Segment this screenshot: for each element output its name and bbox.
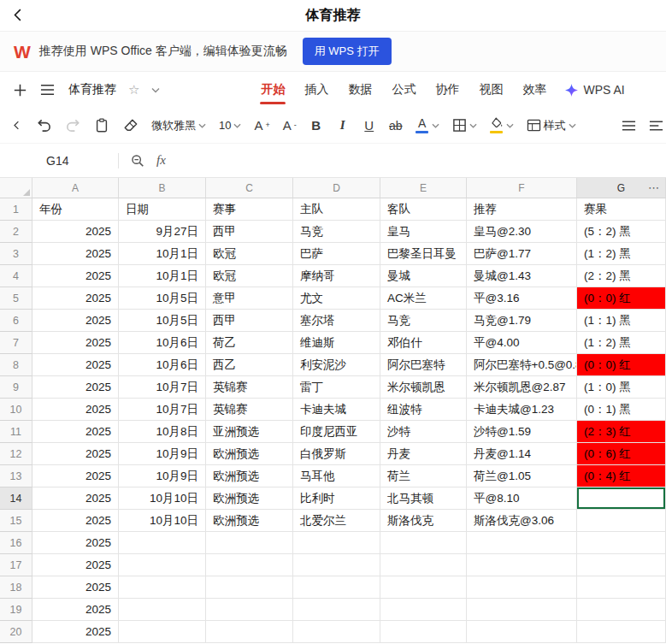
cell-F17[interactable] [467,554,577,576]
clear-format-icon[interactable] [122,117,139,133]
column-header-B[interactable]: B [119,178,206,198]
cell-E3[interactable]: 巴黎圣日耳曼 [380,243,467,265]
bold-button[interactable]: B [309,119,323,132]
cell-G10[interactable]: (0：1) 黑 [577,399,666,421]
cell-G14[interactable] [577,487,666,510]
tab-协作[interactable]: 协作 [433,72,461,108]
cell-D11[interactable]: 印度尼西亚 [293,421,380,443]
cell-F12[interactable]: 丹麦@1.14 [467,443,577,465]
cell-E15[interactable]: 斯洛伐克 [380,510,467,532]
cell-G2[interactable]: (5：2) 黑 [577,221,666,243]
cell-C14[interactable]: 欧洲预选 [206,487,293,510]
align-left-icon[interactable] [649,120,663,132]
cell-F9[interactable]: 米尔顿凯恩@2.87 [467,376,577,399]
font-family-dropdown[interactable]: 微软雅黑 [151,118,206,133]
cell-G20[interactable] [577,621,666,643]
row-header-3[interactable]: 3 [0,243,32,265]
strikethrough-button[interactable]: ab [389,120,403,132]
redo-icon[interactable] [65,117,81,133]
cell-C15[interactable]: 欧洲预选 [206,510,293,532]
cell-F13[interactable]: 荷兰@1.05 [467,465,577,487]
cell-B15[interactable]: 10月10日 [119,510,206,532]
cell-B9[interactable]: 10月7日 [119,376,206,399]
cell-F11[interactable]: 沙特@1.59 [467,421,577,443]
row-header-1[interactable]: 1 [0,198,32,221]
cell-G5[interactable]: (0：0) 红 [577,287,666,310]
cell-B14[interactable]: 10月10日 [119,487,206,510]
cell-C11[interactable]: 亚洲预选 [206,421,293,443]
cell-A1[interactable]: 年份 [32,198,119,221]
tab-效率[interactable]: 效率 [521,72,548,108]
row-header-7[interactable]: 7 [0,332,32,354]
cell-G16[interactable] [577,532,666,554]
collapse-toolbar-icon[interactable] [10,119,23,132]
cell-C20[interactable] [206,621,293,643]
cell-A13[interactable]: 2025 [32,465,119,487]
row-header-6[interactable]: 6 [0,310,32,332]
cell-F5[interactable]: 平@3.16 [467,287,577,310]
cell-A11[interactable]: 2025 [32,421,119,443]
tab-视图[interactable]: 视图 [477,72,504,108]
cell-F8[interactable]: 阿尔巴塞特+0.5@0.8 [467,354,577,376]
borders-button[interactable] [452,118,477,133]
cell-F6[interactable]: 马竞@1.79 [467,310,577,332]
cell-C17[interactable] [206,554,293,576]
font-color-button[interactable]: A [416,117,439,133]
cell-E2[interactable]: 皇马 [380,221,467,243]
cell-A7[interactable]: 2025 [32,332,119,354]
cell-E4[interactable]: 曼城 [380,265,467,287]
row-header-2[interactable]: 2 [0,221,32,243]
cell-B3[interactable]: 10月1日 [119,243,206,265]
cell-E16[interactable] [380,532,467,554]
cell-D15[interactable]: 北爱尔兰 [293,510,380,532]
column-header-E[interactable]: E [380,178,467,198]
cell-C18[interactable] [206,576,293,599]
column-header-F[interactable]: F [467,178,577,198]
cell-G15[interactable] [577,510,666,532]
cell-B11[interactable]: 10月8日 [119,421,206,443]
cell-C8[interactable]: 西乙 [206,354,293,376]
cell-C4[interactable]: 欧冠 [206,265,293,287]
cell-G6[interactable]: (1：1) 黑 [577,310,666,332]
cell-F3[interactable]: 巴萨@1.77 [467,243,577,265]
cell-D4[interactable]: 摩纳哥 [293,265,380,287]
cell-G17[interactable] [577,554,666,576]
favorite-star-icon[interactable]: ☆ [128,82,139,97]
cell-D19[interactable] [293,599,380,621]
underline-button[interactable]: U [362,119,376,132]
insert-function-icon[interactable]: fx [156,153,166,168]
cell-G18[interactable] [577,576,666,599]
cell-B5[interactable]: 10月5日 [119,287,206,310]
cell-A15[interactable]: 2025 [32,510,119,532]
cell-A9[interactable]: 2025 [32,376,119,399]
cell-G8[interactable]: (0：0) 红 [577,354,666,376]
row-header-4[interactable]: 4 [0,265,32,287]
cell-D6[interactable]: 塞尔塔 [293,310,380,332]
file-menu-chevron-icon[interactable] [151,87,160,93]
cell-A16[interactable]: 2025 [32,532,119,554]
cell-B19[interactable] [119,599,206,621]
cell-A12[interactable]: 2025 [32,443,119,465]
cell-F10[interactable]: 卡迪夫城@1.23 [467,399,577,421]
cell-E17[interactable] [380,554,467,576]
cell-E19[interactable] [380,599,467,621]
undo-icon[interactable] [36,117,52,133]
cell-B8[interactable]: 10月6日 [119,354,206,376]
cell-E11[interactable]: 沙特 [380,421,467,443]
tab-wps-ai[interactable]: WPS AI [565,83,624,97]
cell-A3[interactable]: 2025 [32,243,119,265]
tab-数据[interactable]: 数据 [346,72,374,108]
cell-B17[interactable] [119,554,206,576]
cell-style-button[interactable]: 样式 [527,118,576,133]
tab-开始[interactable]: 开始 [259,72,286,108]
cell-F4[interactable]: 曼城@1.43 [467,265,577,287]
column-header-A[interactable]: A [32,178,119,198]
cell-G11[interactable]: (2：3) 红 [577,421,666,443]
cell-F18[interactable] [467,576,577,599]
tab-公式[interactable]: 公式 [390,72,417,108]
cell-D2[interactable]: 马竞 [293,221,380,243]
cell-E6[interactable]: 马竞 [380,310,467,332]
increase-font-button[interactable]: A+ [254,119,269,132]
cell-G12[interactable]: (0：6) 红 [577,443,666,465]
row-header-14[interactable]: 14 [0,487,32,510]
